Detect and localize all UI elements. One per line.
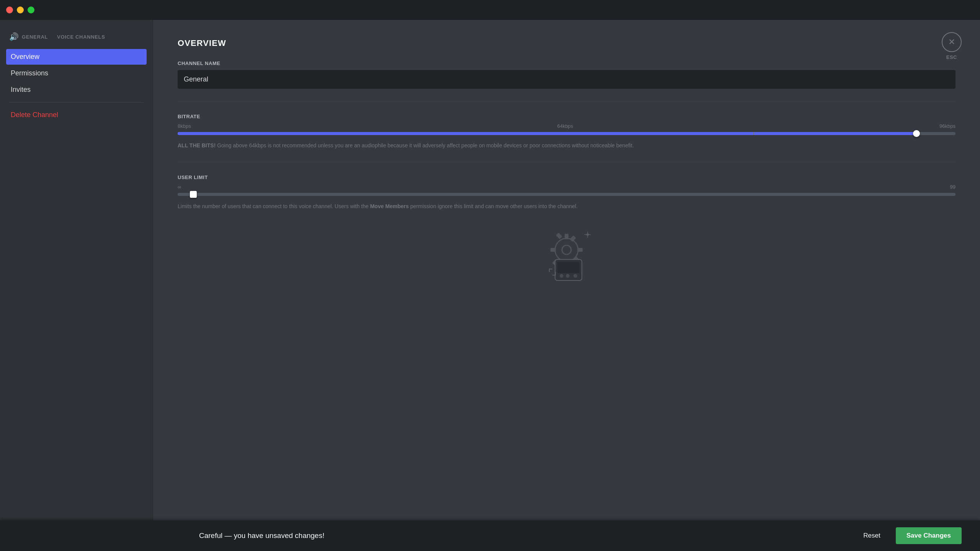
sidebar-item-overview[interactable]: Overview <box>6 49 147 65</box>
gear-illustration <box>524 223 609 284</box>
bitrate-slider-tick <box>753 132 754 135</box>
user-limit-note: Limits the number of users that can conn… <box>178 202 956 210</box>
sidebar-item-permissions[interactable]: Permissions <box>6 65 147 81</box>
sidebar: 🔊 GENERAL VOICE CHANNELS Overview Permis… <box>0 20 153 551</box>
svg-rect-6 <box>570 235 576 242</box>
bitrate-note-text: Going above 64kbps is not recommended un… <box>217 142 634 148</box>
sidebar-divider <box>9 102 144 103</box>
sidebar-channel-name: GENERAL <box>22 34 48 40</box>
illustration-area <box>178 223 956 284</box>
bitrate-note-prefix: ALL THE BITS! <box>178 142 216 148</box>
sidebar-item-invites[interactable]: Invites <box>6 82 147 98</box>
bitrate-max-label: 96kbps <box>939 123 956 129</box>
sidebar-nav: Overview Permissions Invites <box>6 49 147 98</box>
esc-label: ESC <box>946 54 957 60</box>
user-limit-max-label: 99 <box>950 184 956 190</box>
bitrate-label: BITRATE <box>178 114 956 119</box>
user-limit-min-label: ∞ <box>178 184 181 190</box>
svg-point-15 <box>560 274 564 278</box>
reset-button[interactable]: Reset <box>857 528 886 543</box>
save-changes-button[interactable]: Save Changes <box>896 527 962 544</box>
bitrate-note: ALL THE BITS! Going above 64kbps is not … <box>178 141 956 150</box>
svg-point-1 <box>562 245 571 254</box>
move-members-link: Move Members <box>370 203 409 209</box>
sidebar-danger-nav: Delete Channel <box>6 107 147 123</box>
app-body: 🔊 GENERAL VOICE CHANNELS Overview Permis… <box>0 20 980 551</box>
section-divider-2 <box>178 162 956 162</box>
svg-rect-2 <box>565 234 568 239</box>
section-divider-1 <box>178 101 956 101</box>
bitrate-slider-fill <box>178 132 916 135</box>
bitrate-min-label: 8kbps <box>178 123 191 129</box>
bitrate-slider-container[interactable] <box>178 132 956 135</box>
traffic-light-red[interactable] <box>6 7 13 13</box>
bitrate-slider-thumb[interactable] <box>913 130 920 137</box>
page-title: OVERVIEW <box>178 38 956 48</box>
user-limit-label: USER LIMIT <box>178 174 956 180</box>
svg-rect-4 <box>577 248 583 252</box>
bitrate-labels: 8kbps 64kbps 96kbps <box>178 123 956 129</box>
user-limit-note-suffix: permission ignore this limit and can mov… <box>410 203 578 209</box>
svg-point-17 <box>573 274 577 278</box>
bitrate-slider-track <box>178 132 956 135</box>
svg-rect-5 <box>550 248 556 252</box>
svg-point-16 <box>566 274 570 278</box>
channel-name-input[interactable] <box>178 70 956 89</box>
traffic-light-yellow[interactable] <box>17 7 24 13</box>
bitrate-mid-label: 64kbps <box>557 123 573 129</box>
user-limit-labels: ∞ 99 <box>178 184 956 190</box>
user-limit-note-text: Limits the number of users that can conn… <box>178 203 370 209</box>
notification-bar: Careful — you have unsaved changes! Rese… <box>0 520 980 551</box>
user-limit-slider-thumb[interactable] <box>190 191 197 198</box>
sidebar-item-delete-channel[interactable]: Delete Channel <box>6 107 147 123</box>
notification-message: Careful — you have unsaved changes! <box>199 531 324 540</box>
content-area: ✕ ESC OVERVIEW CHANNEL NAME BITRATE 8kbp… <box>153 20 980 551</box>
voice-channel-icon: 🔊 <box>9 32 19 41</box>
channel-name-label: CHANNEL NAME <box>178 60 956 66</box>
sidebar-section-label: VOICE CHANNELS <box>57 34 105 40</box>
close-button[interactable]: ✕ <box>942 32 962 52</box>
svg-rect-9 <box>556 233 562 239</box>
traffic-light-green[interactable] <box>28 7 34 13</box>
sidebar-header: 🔊 GENERAL VOICE CHANNELS <box>6 32 147 41</box>
title-bar <box>0 0 980 20</box>
svg-rect-14 <box>557 262 580 273</box>
user-limit-slider-track[interactable] <box>178 193 956 196</box>
notification-actions: Reset Save Changes <box>857 527 962 544</box>
